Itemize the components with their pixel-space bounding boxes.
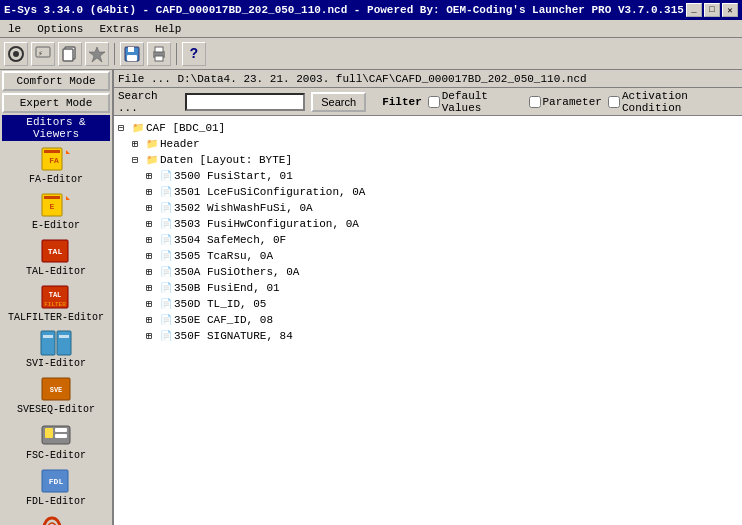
sidebar-item-tal-editor[interactable]: TAL TAL-Editor xyxy=(0,234,112,280)
toolbar-btn-print[interactable] xyxy=(147,42,171,66)
filter-default-values-label: Default Values xyxy=(442,90,523,114)
tree-node-3505[interactable]: ⊞ 📄 3505 TcaRsu, 0A xyxy=(118,248,738,264)
menu-item-file[interactable]: le xyxy=(4,22,25,36)
svg-rect-29 xyxy=(59,335,69,338)
tree-node-350b[interactable]: ⊞ 📄 350B FusiEnd, 01 xyxy=(118,280,738,296)
svg-rect-33 xyxy=(45,428,53,438)
toolbar-btn-circle[interactable] xyxy=(4,42,28,66)
tree-node-3501[interactable]: ⊞ 📄 3501 LceFuSiConfiguration, 0A xyxy=(118,184,738,200)
tree-node-3504[interactable]: ⊞ 📄 3504 SafeMech, 0F xyxy=(118,232,738,248)
svg-rect-18 xyxy=(44,196,60,199)
e-editor-icon: E xyxy=(40,191,72,219)
toggle[interactable]: ⊞ xyxy=(146,170,160,182)
sidebar-item-e-editor[interactable]: E E-Editor xyxy=(0,188,112,234)
svg-text:E: E xyxy=(50,202,55,211)
tree-node-label: CAF [BDC_01] xyxy=(146,122,225,134)
toggle[interactable]: ⊞ xyxy=(146,282,160,294)
filter-default-values-checkbox[interactable] xyxy=(428,96,440,108)
file-icon: 📄 xyxy=(160,218,172,230)
tree-node-label: 3501 LceFuSiConfiguration, 0A xyxy=(174,186,365,198)
title-bar: E-Sys 3.34.0 (64bit) - CAFD_000017BD_202… xyxy=(0,0,742,20)
sidebar-item-fsc-editor[interactable]: FSC-Editor xyxy=(0,418,112,464)
caf-viewer-icon xyxy=(40,513,72,525)
toggle[interactable]: ⊞ xyxy=(146,202,160,214)
toggle[interactable]: ⊞ xyxy=(146,250,160,262)
tree-node-label: 3502 WishWashFuSi, 0A xyxy=(174,202,313,214)
toggle[interactable]: ⊞ xyxy=(146,314,160,326)
sidebar-item-talfilter-editor[interactable]: TAL FILTER TALFILTER-Editor xyxy=(0,280,112,326)
svg-marker-20 xyxy=(66,196,70,200)
menu-item-extras[interactable]: Extras xyxy=(95,22,143,36)
toolbar-btn-help[interactable]: ? xyxy=(182,42,206,66)
toggle[interactable]: ⊞ xyxy=(146,298,160,310)
fdl-editor-label: FDL-Editor xyxy=(26,496,86,507)
file-icon: 📄 xyxy=(160,234,172,246)
tree-node-350a[interactable]: ⊞ 📄 350A FuSiOthers, 0A xyxy=(118,264,738,280)
minimize-button[interactable]: _ xyxy=(686,3,702,17)
file-icon: 📄 xyxy=(160,202,172,214)
svg-rect-11 xyxy=(155,47,163,52)
comfort-mode-button[interactable]: Comfort Mode xyxy=(2,71,110,91)
sidebar-item-caf-viewer[interactable]: CAF-Viewer xyxy=(0,510,112,525)
file-icon: 📄 xyxy=(160,266,172,278)
sidebar-item-svi-editor[interactable]: SVI-Editor xyxy=(0,326,112,372)
tree-node-label: 350B FusiEnd, 01 xyxy=(174,282,280,294)
menu-item-options[interactable]: Options xyxy=(33,22,87,36)
svg-rect-8 xyxy=(128,47,134,52)
editors-viewers-label: Editors & Viewers xyxy=(2,115,110,141)
svg-text:FA: FA xyxy=(49,156,59,165)
toggle[interactable]: ⊞ xyxy=(146,234,160,246)
tree-node-daten[interactable]: ⊟ 📁 Daten [Layout: BYTE] xyxy=(118,152,738,168)
expert-mode-button[interactable]: Expert Mode xyxy=(2,93,110,113)
svg-text:SVE: SVE xyxy=(50,386,63,394)
file-icon: 📄 xyxy=(160,298,172,310)
toolbar: ⚡ ? xyxy=(0,38,742,70)
sidebar-item-fdl-editor[interactable]: FDL FDL-Editor xyxy=(0,464,112,510)
tree-node-label: Daten [Layout: BYTE] xyxy=(160,154,292,166)
filter-default-values: Default Values xyxy=(428,90,523,114)
toolbar-btn-lightning[interactable]: ⚡ xyxy=(31,42,55,66)
tree-node-3500[interactable]: ⊞ 📄 3500 FusiStart, 01 xyxy=(118,168,738,184)
tree-node-caf[interactable]: ⊟ 📁 CAF [BDC_01] xyxy=(118,120,738,136)
sidebar-item-fa-editor[interactable]: FA FA-Editor xyxy=(0,142,112,188)
svg-rect-12 xyxy=(155,56,163,61)
path-bar: File ... D:\Data4. 23. 21. 2003. full\CA… xyxy=(114,70,742,88)
fsc-editor-icon xyxy=(40,421,72,449)
svg-marker-16 xyxy=(66,150,70,154)
toggle[interactable]: ⊞ xyxy=(146,218,160,230)
sidebar-item-sveseq-editor[interactable]: SVE SVESEQ-Editor xyxy=(0,372,112,418)
svg-point-1 xyxy=(13,51,19,57)
toggle[interactable]: ⊞ xyxy=(146,330,160,342)
tree-node-3503[interactable]: ⊞ 📄 3503 FusiHwConfiguration, 0A xyxy=(118,216,738,232)
tree-node-3502[interactable]: ⊞ 📄 3502 WishWashFuSi, 0A xyxy=(118,200,738,216)
filter-activation-condition-checkbox[interactable] xyxy=(608,96,620,108)
toolbar-btn-star[interactable] xyxy=(85,42,109,66)
toggle[interactable]: ⊞ xyxy=(146,186,160,198)
maximize-button[interactable]: □ xyxy=(704,3,720,17)
tree-node-350e[interactable]: ⊞ 📄 350E CAF_ID, 08 xyxy=(118,312,738,328)
close-button[interactable]: ✕ xyxy=(722,3,738,17)
search-input[interactable] xyxy=(185,93,305,111)
tree-node-350f[interactable]: ⊞ 📄 350F SIGNATURE, 84 xyxy=(118,328,738,344)
sveseq-editor-icon: SVE xyxy=(40,375,72,403)
menu-item-help[interactable]: Help xyxy=(151,22,185,36)
filter-section: Filter Default Values Parameter Activati… xyxy=(382,90,738,114)
toggle[interactable]: ⊞ xyxy=(132,138,146,150)
toggle[interactable]: ⊟ xyxy=(118,122,132,134)
toggle[interactable]: ⊟ xyxy=(132,154,146,166)
toolbar-btn-copy[interactable] xyxy=(58,42,82,66)
tree-node-350d[interactable]: ⊞ 📄 350D TL_ID, 05 xyxy=(118,296,738,312)
tree-node-label: 350F SIGNATURE, 84 xyxy=(174,330,293,342)
svg-text:⚡: ⚡ xyxy=(38,49,43,58)
toggle[interactable]: ⊞ xyxy=(146,266,160,278)
svg-rect-35 xyxy=(55,434,67,438)
filter-parameter-checkbox[interactable] xyxy=(529,96,541,108)
tree-node-label: 3504 SafeMech, 0F xyxy=(174,234,286,246)
search-button[interactable]: Search xyxy=(311,92,366,112)
tal-editor-icon: TAL xyxy=(40,237,72,265)
svg-text:FILTER: FILTER xyxy=(44,301,66,308)
tal-editor-label: TAL-Editor xyxy=(26,266,86,277)
folder-icon: 📁 xyxy=(146,138,158,150)
tree-node-header[interactable]: ⊞ 📁 Header xyxy=(118,136,738,152)
toolbar-btn-save[interactable] xyxy=(120,42,144,66)
